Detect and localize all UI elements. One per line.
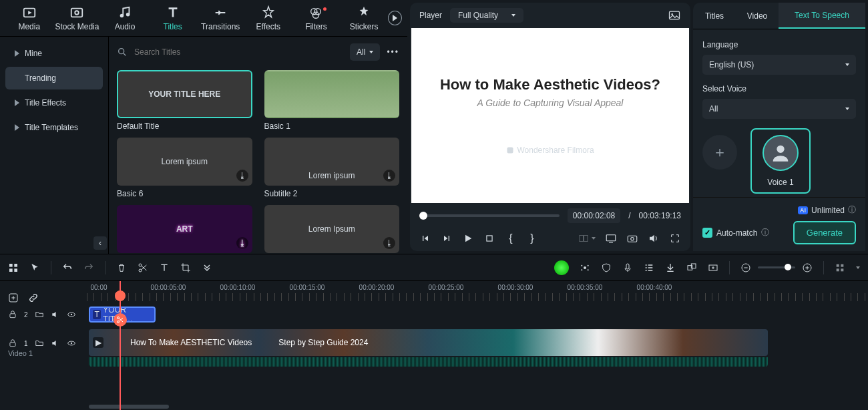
timeline-panel: 2 1 Video 1 00: (0, 254, 868, 410)
playhead[interactable] (120, 281, 121, 410)
tool-stock-media[interactable]: Stock Media (53, 5, 101, 31)
layout-mode[interactable] (578, 233, 596, 244)
track-header-video[interactable]: 1 Video 1 (0, 328, 87, 368)
snapshot-gallery-icon[interactable] (668, 9, 681, 22)
filter-select[interactable]: All (350, 43, 380, 61)
timeline-tracks[interactable]: 00:00 00:00:05:00 00:00:10:00 00:00:15:0… (87, 281, 868, 410)
auto-match-checkbox[interactable]: ✓Auto-matchⓘ (702, 227, 769, 238)
lock-icon[interactable] (8, 339, 17, 348)
group-icon[interactable] (686, 262, 697, 273)
tab-tts[interactable]: Text To Speech (779, 3, 865, 29)
view-mode-dd[interactable] (856, 266, 860, 269)
horizontal-scrollbar[interactable] (89, 405, 169, 409)
title-card[interactable]: Lorem ipsum⭳ Basic 6 (117, 138, 252, 198)
stop-button[interactable] (483, 232, 495, 244)
crop-icon[interactable] (180, 262, 191, 273)
zoom-in-icon[interactable] (802, 262, 813, 273)
more-tools-icon[interactable] (202, 262, 212, 273)
download-icon[interactable]: ⭳ (383, 237, 395, 249)
scissors-icon[interactable] (114, 313, 127, 327)
cat-mine[interactable]: Mine (5, 42, 103, 65)
tool-transitions[interactable]: Transitions (196, 5, 244, 31)
next-frame[interactable] (441, 232, 453, 244)
generate-button[interactable]: Generate (793, 221, 856, 244)
track-header-title[interactable]: 2 (0, 301, 87, 328)
quality-select[interactable]: Full Quality (450, 8, 523, 23)
tool-media[interactable]: Media (5, 5, 53, 31)
lock-icon[interactable] (8, 310, 17, 319)
more-options[interactable]: ••• (387, 47, 399, 57)
split-icon[interactable] (138, 262, 148, 273)
zoom-slider[interactable] (758, 266, 795, 268)
video-preview[interactable]: How to Make Aesthetic Videos? A Guide to… (411, 28, 689, 203)
link-clips-icon[interactable] (28, 292, 39, 303)
play-button[interactable] (462, 232, 474, 244)
grid-icon[interactable] (8, 262, 19, 273)
help-icon[interactable]: ⓘ (761, 227, 769, 238)
snapshot-icon[interactable] (626, 232, 638, 244)
tool-stickers[interactable]: Stickers (340, 5, 388, 31)
add-voice-button[interactable]: ＋ (702, 135, 737, 170)
shield-icon[interactable] (601, 262, 612, 273)
title-card[interactable]: ART⭳ (117, 205, 252, 253)
toolbar-overflow[interactable] (388, 11, 402, 25)
add-track-icon[interactable] (8, 292, 19, 303)
selected-voice[interactable]: Voice 1 (750, 128, 811, 194)
player-panel: Player Full Quality How to Make Aestheti… (410, 3, 690, 251)
title-card[interactable]: Lorem ipsum⭳ Subtitle 2 (264, 138, 400, 198)
tab-titles[interactable]: Titles (693, 3, 736, 29)
folder-icon[interactable] (35, 310, 44, 319)
collapse-sidebar[interactable]: ‹ (93, 236, 107, 250)
prev-frame[interactable] (419, 232, 431, 244)
volume-icon[interactable] (648, 232, 660, 244)
svg-point-33 (588, 264, 589, 266)
download-icon[interactable]: ⭳ (236, 170, 248, 182)
redo-icon[interactable] (83, 262, 94, 273)
voice-avatar-icon (763, 135, 799, 171)
mark-in[interactable]: { (505, 232, 517, 244)
display-icon[interactable] (605, 232, 617, 244)
zoom-out-icon[interactable] (740, 262, 751, 273)
cat-trending[interactable]: Trending (5, 67, 103, 89)
current-time: 00:00:02:08 (568, 208, 620, 223)
tool-filters[interactable]: Filters (292, 5, 341, 31)
help-icon[interactable]: ⓘ (848, 204, 856, 216)
cursor-tool-icon[interactable] (29, 262, 40, 273)
title-card[interactable]: Lorem Ipsum⭳ (264, 205, 400, 253)
list-icon[interactable] (644, 262, 654, 273)
tool-audio[interactable]: Audio (101, 5, 149, 31)
text-tool-icon[interactable] (159, 262, 170, 273)
tool-titles[interactable]: Titles (149, 5, 197, 31)
title-track[interactable]: T YOUR TITLE… (87, 301, 868, 328)
time-ruler[interactable]: 00:00 00:00:05:00 00:00:10:00 00:00:15:0… (87, 281, 868, 301)
download-icon[interactable]: ⭳ (383, 170, 395, 182)
video-clip[interactable]: ▶ How To Make AESTHETIC Videos Step by S… (89, 329, 768, 356)
mark-out[interactable]: } (526, 232, 538, 244)
scrub-slider[interactable] (419, 214, 560, 217)
fullscreen-icon[interactable] (669, 232, 681, 244)
cat-title-templates[interactable]: Title Templates (5, 116, 103, 139)
visibility-icon[interactable] (67, 310, 76, 319)
mute-icon[interactable] (51, 339, 60, 348)
folder-icon[interactable] (35, 339, 44, 348)
download-icon[interactable]: ⭳ (236, 237, 248, 249)
tool-effects[interactable]: Effects (244, 5, 292, 31)
language-select[interactable]: English (US) (702, 55, 856, 75)
tab-video[interactable]: Video (736, 3, 779, 29)
mute-icon[interactable] (51, 310, 60, 319)
undo-icon[interactable] (62, 262, 73, 273)
visibility-icon[interactable] (67, 339, 76, 348)
mic-icon[interactable] (622, 262, 633, 273)
voice-filter-select[interactable]: All (702, 99, 856, 119)
marker-icon[interactable] (665, 262, 676, 273)
cat-title-effects[interactable]: Title Effects (5, 91, 103, 114)
search-input[interactable] (133, 47, 343, 57)
ai-assistant-icon[interactable] (554, 260, 569, 275)
view-mode-icon[interactable] (835, 262, 845, 273)
delete-icon[interactable] (116, 262, 127, 273)
title-card[interactable]: YOUR TITLE HERE Default Title (117, 70, 252, 131)
aspect-icon[interactable] (708, 262, 718, 273)
title-card[interactable]: Basic 1 (264, 70, 400, 131)
video-track[interactable]: ▶ How To Make AESTHETIC Videos Step by S… (87, 328, 868, 368)
sparkle-icon[interactable] (580, 262, 590, 273)
